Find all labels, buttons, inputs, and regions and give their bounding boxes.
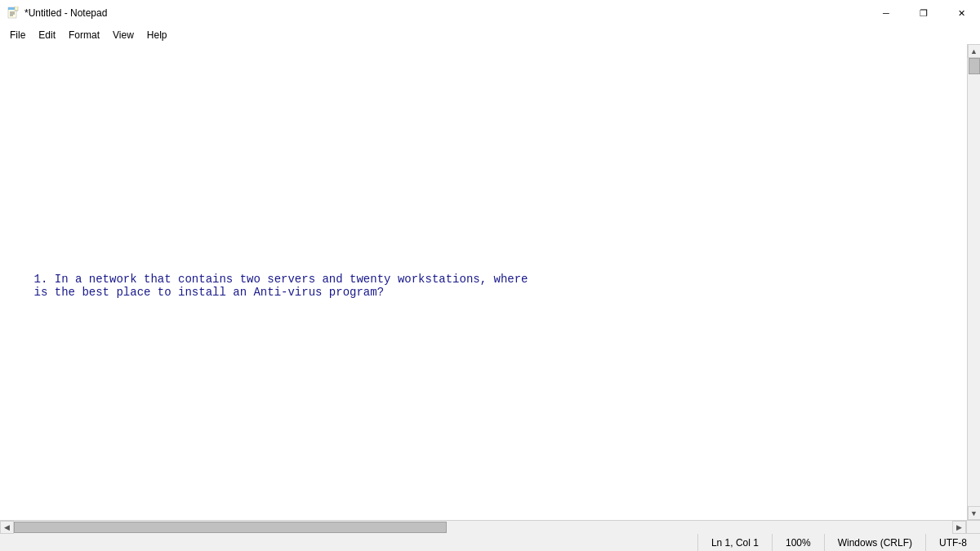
menu-file[interactable]: File	[3, 28, 32, 42]
window-title: *Untitled - Notepad	[24, 7, 107, 19]
title-left: *Untitled - Notepad	[7, 7, 107, 20]
scroll-thumb-horizontal[interactable]	[14, 522, 447, 533]
scroll-up-arrow[interactable]: ▲	[968, 44, 981, 58]
zoom-level: 100%	[772, 534, 824, 551]
minimize-button[interactable]: ─	[867, 0, 905, 26]
menu-help[interactable]: Help	[140, 28, 174, 42]
window-controls: ─ ❐ ✕	[867, 0, 980, 26]
scroll-track-vertical[interactable]	[968, 58, 981, 506]
restore-button[interactable]: ❐	[905, 0, 942, 26]
status-bar: Ln 1, Col 1 100% Windows (CRLF) UTF-8	[0, 533, 980, 551]
editor-area[interactable]: 1. In a network that contains two server…	[0, 44, 967, 520]
svg-rect-5	[15, 7, 18, 11]
scroll-right-arrow[interactable]: ▶	[952, 521, 966, 534]
close-button[interactable]: ✕	[942, 0, 980, 26]
scroll-down-arrow[interactable]: ▼	[968, 506, 981, 520]
scroll-track-horizontal[interactable]	[14, 521, 952, 534]
editor-content: 1. In a network that contains two server…	[0, 44, 967, 520]
menu-bar: File Edit Format View Help	[0, 26, 980, 44]
menu-edit[interactable]: Edit	[32, 28, 62, 42]
cursor-position: Ln 1, Col 1	[697, 534, 772, 551]
app-icon	[7, 7, 20, 20]
line-ending: Windows (CRLF)	[824, 534, 925, 551]
menu-format[interactable]: Format	[62, 28, 106, 42]
scroll-corner	[966, 521, 980, 534]
menu-view[interactable]: View	[106, 28, 140, 42]
vertical-scrollbar[interactable]: ▲ ▼	[967, 44, 980, 520]
encoding: UTF-8	[925, 534, 980, 551]
scroll-thumb-vertical[interactable]	[969, 58, 980, 74]
title-bar: *Untitled - Notepad ─ ❐ ✕	[0, 0, 980, 26]
scroll-left-arrow[interactable]: ◀	[0, 521, 14, 534]
horizontal-scrollbar[interactable]: ◀ ▶	[0, 520, 980, 533]
editor-container: 1. In a network that contains two server…	[0, 44, 980, 520]
